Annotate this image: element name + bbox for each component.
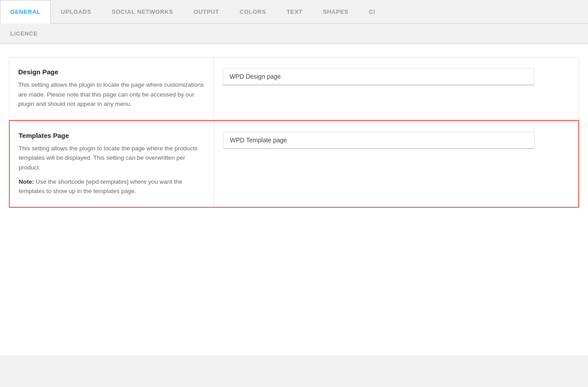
tab-output[interactable]: OUTPUT (183, 0, 229, 23)
tab-general[interactable]: GENERAL (0, 0, 51, 24)
tab-social-networks[interactable]: SOCIAL NETWORKS (101, 0, 183, 23)
tab-uploads[interactable]: UPLOADS (51, 0, 101, 23)
settings-description-templates-page: This setting allows the plugin to locate… (19, 144, 205, 173)
settings-container: Design PageThis setting allows the plugi… (9, 57, 579, 208)
settings-note-templates-page: Note: Use the shortcode [wpd-templates] … (19, 177, 205, 196)
settings-label-design-page: Design PageThis setting allows the plugi… (9, 57, 214, 120)
tab-licence[interactable]: LICENCE (0, 24, 48, 43)
settings-value-templates-page: WPD Template page (214, 121, 578, 207)
tab-shapes[interactable]: SHAPES (313, 0, 358, 23)
settings-input-templates-page[interactable]: WPD Template page (223, 132, 535, 149)
settings-title-templates-page: Templates Page (19, 132, 205, 139)
settings-input-design-page[interactable]: WPD Design page (223, 68, 534, 85)
tab-colors[interactable]: COLORS (230, 0, 277, 23)
settings-row-templates-page: Templates PageThis setting allows the pl… (9, 120, 579, 208)
tabs-row-1: GENERALUPLOADSSOCIAL NETWORKSOUTPUTCOLOR… (0, 0, 588, 24)
tab-ci[interactable]: CI (358, 0, 385, 23)
settings-row-design-page: Design PageThis setting allows the plugi… (9, 57, 579, 120)
settings-value-design-page: WPD Design page (214, 57, 579, 120)
settings-title-design-page: Design Page (18, 68, 205, 76)
settings-description-design-page: This setting allows the plugin to locate… (18, 80, 205, 109)
settings-label-templates-page: Templates PageThis setting allows the pl… (10, 121, 214, 207)
tab-text[interactable]: TEXT (276, 0, 313, 23)
tabs-row-2: LICENCE (0, 24, 588, 44)
content-area: Design PageThis setting allows the plugi… (0, 44, 588, 355)
